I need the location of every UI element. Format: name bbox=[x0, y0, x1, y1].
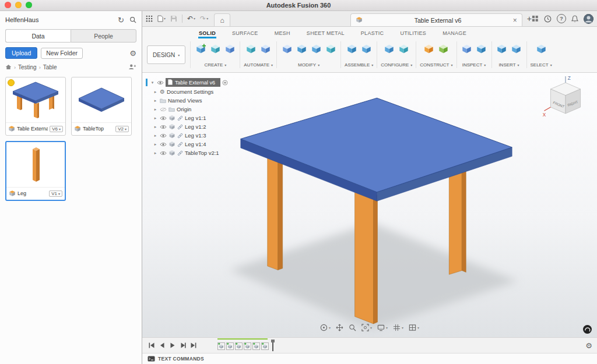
create-menu[interactable]: CREATE▾ bbox=[204, 62, 226, 68]
asset-card-leg[interactable]: LegV1▾ bbox=[5, 141, 66, 201]
inspect-menu[interactable]: INSPECT▾ bbox=[462, 62, 486, 68]
expand-icon[interactable]: ▸ bbox=[153, 90, 158, 94]
configure-menu[interactable]: CONFIGURE▾ bbox=[381, 62, 412, 68]
browser-item-document-settings[interactable]: ▸⚙Document Settings bbox=[146, 87, 228, 96]
expand-icon[interactable]: ▸ bbox=[153, 151, 158, 156]
new-folder-button[interactable]: New Folder bbox=[41, 48, 83, 59]
tab-people[interactable]: People bbox=[71, 29, 136, 43]
modify-tool-icon[interactable] bbox=[310, 43, 322, 55]
timeline-feature-icon[interactable] bbox=[261, 342, 269, 350]
eye-icon[interactable] bbox=[160, 133, 167, 138]
new-tab-icon[interactable]: + bbox=[527, 14, 532, 23]
viewports-icon[interactable]: ▾ bbox=[407, 323, 421, 332]
expand-icon[interactable]: ▸ bbox=[153, 133, 158, 138]
view-cube[interactable]: Z FRONT RIGHT X bbox=[541, 75, 590, 129]
configure-tool-icon[interactable] bbox=[398, 43, 410, 55]
eye-icon[interactable] bbox=[160, 151, 167, 156]
share-people-icon[interactable] bbox=[128, 63, 136, 71]
undo-icon[interactable]: ↶▾ bbox=[187, 15, 195, 22]
select-menu[interactable]: SELECT▾ bbox=[531, 62, 552, 68]
grid-icon[interactable]: ▾ bbox=[391, 323, 405, 332]
assemble-tool-icon[interactable] bbox=[345, 43, 358, 55]
browser-item-origin[interactable]: ▸Origin bbox=[146, 105, 228, 114]
skip-start-button[interactable] bbox=[147, 341, 156, 350]
close-tab-icon[interactable]: × bbox=[513, 17, 517, 24]
timeline-feature-icon[interactable] bbox=[244, 342, 251, 350]
activate-radio-icon[interactable] bbox=[222, 80, 228, 86]
browser-item-leg-v1-3[interactable]: ▸Leg v1:3 bbox=[146, 131, 228, 140]
asset-card-tabletop[interactable]: TableTopV2▾ bbox=[71, 77, 132, 136]
save-icon[interactable] bbox=[170, 15, 177, 22]
tab-data[interactable]: Data bbox=[5, 29, 71, 43]
modify-tool-icon[interactable] bbox=[324, 43, 337, 55]
insert-menu[interactable]: INSERT▾ bbox=[498, 62, 519, 68]
browser-item-leg-v1-1[interactable]: ▸Leg v1:1 bbox=[146, 114, 228, 122]
create-tool-icon[interactable] bbox=[194, 43, 207, 55]
create-tool-icon[interactable] bbox=[223, 43, 236, 55]
browser-item-named-views[interactable]: ▸Named Views bbox=[146, 96, 228, 105]
ribbon-tab-solid[interactable]: SOLID bbox=[198, 30, 216, 38]
configure-tool-icon[interactable] bbox=[383, 43, 396, 55]
zoom-window-button[interactable] bbox=[26, 2, 32, 8]
orbit-icon[interactable]: ▾ bbox=[318, 323, 332, 332]
browser-item-tabletop-v2-1[interactable]: ▸TableTop v2:1 bbox=[146, 149, 228, 157]
ribbon-tab-manage[interactable]: MANAGE bbox=[442, 30, 467, 38]
workspace-selector[interactable]: DESIGN ▾ bbox=[147, 45, 185, 64]
collapse-icon[interactable]: ▾ bbox=[150, 80, 155, 85]
file-menu-icon[interactable]: ▾ bbox=[157, 15, 166, 22]
create-tool-icon[interactable] bbox=[209, 43, 222, 55]
eye-icon[interactable] bbox=[160, 142, 167, 147]
skip-end-button[interactable] bbox=[189, 341, 198, 350]
notifications-bell-icon[interactable] bbox=[571, 15, 578, 23]
modify-tool-icon[interactable] bbox=[295, 43, 308, 55]
breadcrumb-item-testing[interactable]: Testing bbox=[18, 64, 37, 70]
eye-icon[interactable] bbox=[160, 116, 167, 121]
step-back-button[interactable] bbox=[157, 341, 166, 350]
ribbon-tab-sheet-metal[interactable]: SHEET METAL bbox=[306, 30, 345, 38]
redo-icon[interactable]: ↷▾ bbox=[200, 15, 208, 22]
panel-settings-gear-icon[interactable]: ⚙ bbox=[129, 49, 136, 58]
assemble-tool-icon[interactable] bbox=[360, 43, 373, 55]
insert-tool-icon[interactable] bbox=[510, 43, 523, 55]
automate-tool-icon[interactable] bbox=[245, 43, 258, 55]
inspect-tool-icon[interactable] bbox=[475, 43, 488, 55]
assemble-menu[interactable]: ASSEMBLE▾ bbox=[345, 62, 373, 68]
eye-icon[interactable] bbox=[160, 125, 167, 129]
browser-item-leg-v1-2[interactable]: ▸Leg v1:2 bbox=[146, 122, 228, 131]
expand-icon[interactable]: ▸ bbox=[153, 142, 158, 147]
timeline-position-marker[interactable] bbox=[272, 341, 273, 351]
expand-icon[interactable]: ▸ bbox=[153, 116, 158, 121]
user-avatar[interactable] bbox=[584, 14, 594, 24]
apps-grid-icon[interactable] bbox=[146, 15, 153, 22]
table-leg[interactable] bbox=[449, 165, 466, 275]
text-commands-label[interactable]: TEXT COMMANDS bbox=[158, 356, 204, 362]
expand-icon[interactable]: ▸ bbox=[153, 98, 158, 103]
modify-tool-icon[interactable] bbox=[280, 43, 293, 55]
text-commands-icon[interactable] bbox=[148, 354, 155, 364]
upload-button[interactable]: Upload bbox=[5, 47, 37, 59]
version-dropdown[interactable]: V6▾ bbox=[50, 126, 63, 132]
viewport-3d[interactable]: ▾ Table External v6 bbox=[142, 73, 597, 337]
ribbon-tab-utilities[interactable]: UTILITIES bbox=[399, 30, 427, 38]
construct-tool-icon[interactable] bbox=[437, 43, 450, 55]
version-dropdown[interactable]: V2▾ bbox=[115, 126, 129, 132]
project-home-icon[interactable] bbox=[5, 64, 12, 71]
display-icon[interactable]: ▾ bbox=[375, 323, 389, 332]
ribbon-tab-surface[interactable]: SURFACE bbox=[231, 30, 259, 38]
expand-icon[interactable]: ▸ bbox=[153, 107, 158, 112]
timeline-feature-icon[interactable] bbox=[217, 342, 225, 350]
browser-item-leg-v1-4[interactable]: ▸Leg v1:4 bbox=[146, 140, 228, 149]
timeline-feature-icon[interactable] bbox=[226, 342, 234, 350]
minimize-window-button[interactable] bbox=[15, 2, 22, 8]
assistant-badge-icon[interactable] bbox=[583, 325, 592, 334]
refresh-icon[interactable]: ↻ bbox=[118, 16, 124, 24]
inspect-tool-icon[interactable] bbox=[461, 43, 473, 55]
eye-off-icon[interactable] bbox=[160, 107, 167, 112]
modify-menu[interactable]: MODIFY▾ bbox=[298, 62, 319, 68]
fit-icon[interactable]: ▾ bbox=[360, 323, 374, 332]
extensions-icon[interactable] bbox=[532, 15, 539, 22]
ribbon-tab-plastic[interactable]: PLASTIC bbox=[360, 30, 385, 38]
eye-icon[interactable] bbox=[157, 80, 164, 85]
team-name[interactable]: HelfenHaus bbox=[5, 16, 113, 23]
pan-icon[interactable] bbox=[334, 323, 345, 332]
